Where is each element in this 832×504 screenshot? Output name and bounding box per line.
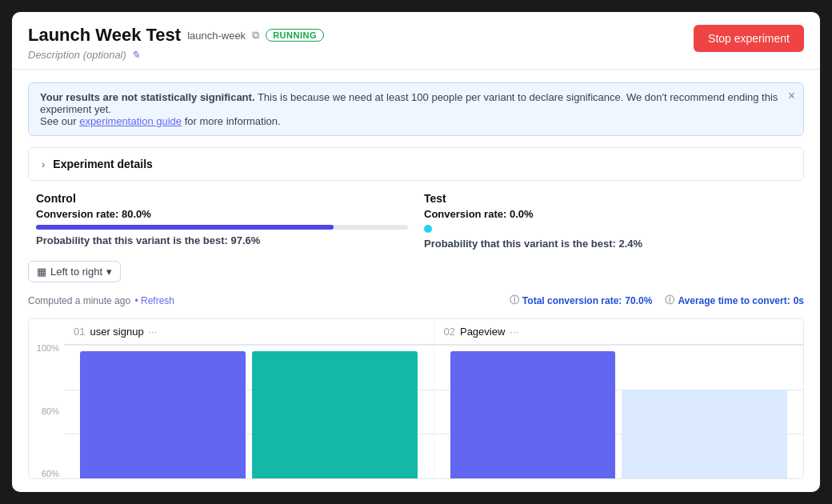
status-badge: RUNNING bbox=[266, 29, 324, 42]
col-2-header: 02 Pageview ··· bbox=[434, 319, 804, 345]
header: Launch Week Test launch-week ⧉ RUNNING D… bbox=[12, 12, 820, 70]
chart-col-1: 01 user signup ··· bbox=[64, 319, 434, 478]
alert-suffix: for more information. bbox=[185, 115, 281, 127]
avg-time-meta: ⓘ Average time to convert: 0s bbox=[665, 294, 804, 307]
control-progress-bar bbox=[36, 225, 408, 230]
col-2-num: 02 bbox=[444, 326, 455, 338]
page-title: Launch Week Test bbox=[28, 25, 181, 46]
test-progress-dot bbox=[424, 225, 432, 233]
header-left: Launch Week Test launch-week ⧉ RUNNING D… bbox=[28, 25, 324, 61]
y-label-60: 60% bbox=[42, 469, 59, 478]
copy-icon[interactable]: ⧉ bbox=[252, 29, 259, 42]
alert-prefix: See our bbox=[40, 115, 79, 127]
chart-area: 100% 80% 60% 01 user signup ··· bbox=[28, 318, 804, 479]
alert-link[interactable]: experimentation guide bbox=[79, 115, 182, 127]
alert-banner: Your results are not statistically signi… bbox=[28, 82, 804, 136]
slug-label: launch-week bbox=[187, 30, 246, 42]
y-axis: 100% 80% 60% bbox=[29, 319, 64, 478]
title-row: Launch Week Test launch-week ⧉ RUNNING bbox=[28, 25, 324, 46]
chart-header-right: ⓘ Total conversion rate: 70.0% ⓘ Average… bbox=[510, 294, 804, 307]
avg-time-value: 0s bbox=[794, 295, 804, 306]
alert-bold: Your results are not statistically signi… bbox=[40, 91, 255, 103]
main-window: Launch Week Test launch-week ⧉ RUNNING D… bbox=[12, 12, 820, 492]
chevron-right-icon: › bbox=[42, 158, 45, 170]
info-icon-conversion: ⓘ bbox=[510, 294, 519, 307]
bar-chart-icon: ▦ bbox=[37, 266, 46, 278]
control-probability: Probability that this variant is the bes… bbox=[36, 234, 408, 246]
control-variant: Control Conversion rate: 80.0% Probabili… bbox=[36, 192, 408, 250]
experiment-details-section[interactable]: › Experiment details bbox=[28, 147, 804, 181]
col-1-menu[interactable]: ··· bbox=[149, 326, 158, 338]
col-2-name: Pageview bbox=[460, 326, 505, 338]
y-label-80: 80% bbox=[42, 406, 59, 416]
close-alert-button[interactable]: × bbox=[788, 90, 795, 102]
description-text: Description (optional) bbox=[28, 49, 126, 61]
chart-controls: ▦ Left to right ▾ bbox=[28, 261, 804, 282]
col-1-bar-control bbox=[80, 351, 246, 478]
left-to-right-button[interactable]: ▦ Left to right ▾ bbox=[28, 261, 121, 282]
control-name: Control bbox=[36, 192, 408, 205]
chart-columns: 01 user signup ··· 02 Pagevie bbox=[64, 319, 803, 478]
col-2-menu[interactable]: ··· bbox=[510, 326, 518, 338]
edit-icon[interactable]: ✎ bbox=[131, 49, 140, 61]
col-1-num: 01 bbox=[74, 326, 85, 338]
variants-row: Control Conversion rate: 80.0% Probabili… bbox=[28, 192, 804, 250]
control-conversion: Conversion rate: 80.0% bbox=[36, 208, 408, 220]
description-row: Description (optional) ✎ bbox=[28, 49, 324, 61]
y-label-100: 100% bbox=[37, 343, 59, 353]
info-icon-time: ⓘ bbox=[665, 294, 674, 307]
total-conversion-meta: ⓘ Total conversion rate: 70.0% bbox=[510, 294, 653, 307]
direction-label: Left to right bbox=[50, 266, 102, 278]
col-1-header: 01 user signup ··· bbox=[64, 319, 434, 345]
col-1-bars bbox=[64, 345, 434, 478]
test-conversion: Conversion rate: 0.0% bbox=[424, 208, 796, 220]
chart-main: 01 user signup ··· 02 Pagevie bbox=[64, 319, 803, 478]
test-probability: Probability that this variant is the bes… bbox=[424, 238, 796, 250]
stop-experiment-button[interactable]: Stop experiment bbox=[694, 25, 804, 52]
experiment-details-label: Experiment details bbox=[53, 158, 153, 170]
chevron-down-icon: ▾ bbox=[106, 266, 112, 278]
chart-col-2: 02 Pageview ··· bbox=[434, 319, 804, 478]
col-2-bar-control bbox=[450, 351, 616, 478]
col-1-bar-test bbox=[252, 351, 418, 478]
test-name: Test bbox=[424, 192, 796, 205]
content-area: Your results are not statistically signi… bbox=[12, 70, 820, 492]
refresh-link[interactable]: • Refresh bbox=[134, 295, 174, 306]
col-2-bars bbox=[434, 345, 804, 478]
control-progress-fill bbox=[36, 225, 334, 230]
chart-header: Computed a minute ago • Refresh ⓘ Total … bbox=[28, 294, 804, 307]
test-variant: Test Conversion rate: 0.0% Probability t… bbox=[424, 192, 796, 250]
total-conversion-value: 70.0% bbox=[625, 295, 652, 306]
col-1-name: user signup bbox=[90, 326, 143, 338]
col-2-bar-test bbox=[622, 390, 787, 478]
computed-time: Computed a minute ago • Refresh bbox=[28, 295, 174, 306]
